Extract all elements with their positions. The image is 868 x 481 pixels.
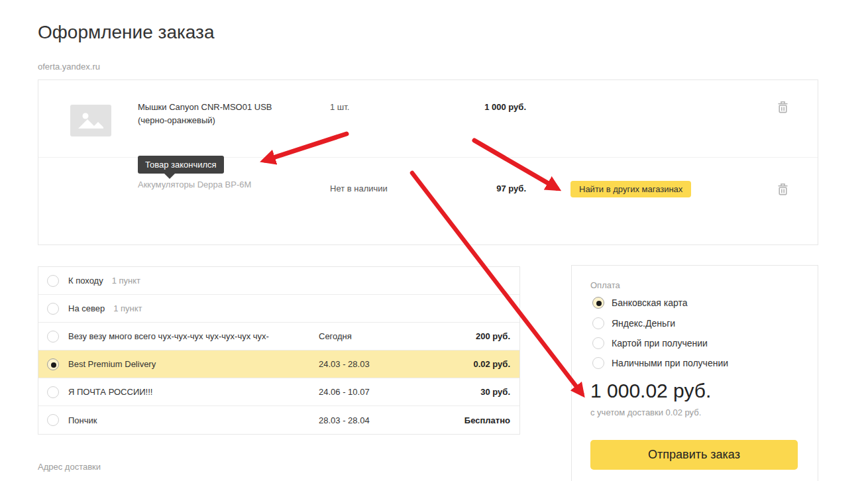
payment-panel: Оплата Банковская карта Яндекс.Деньги Ка… [571,265,818,481]
cart-item-row-out-of-stock: Товар закончился Аккумуляторы Deppa BP-6… [38,158,818,245]
checkout-page: Оформление заказа oferta.yandex.ru Мышки… [0,0,868,481]
trash-icon [777,105,788,115]
radio-button[interactable] [592,337,604,349]
delivery-option[interactable]: На север 1 пункт [38,295,519,323]
product-price: 97 руб. [394,184,526,193]
store-domain: oferta.yandex.ru [38,62,100,72]
trash-icon [777,187,788,197]
product-price: 1 000 руб. [394,102,526,112]
product-name: Мышки Canyon CNR-MSO01 USB (черно-оранже… [138,101,310,127]
product-availability: Нет в наличии [330,184,388,193]
radio-button[interactable] [592,357,604,369]
out-of-stock-tooltip: Товар закончился [138,156,224,174]
radio-button[interactable] [47,275,59,287]
find-in-other-shops-button[interactable]: Найти в других магазинах [570,181,691,197]
payment-method-yandex-money[interactable]: Яндекс.Деньги [592,317,675,329]
payment-method-card-on-delivery[interactable]: Картой при получении [592,337,708,349]
radio-button[interactable] [47,331,59,343]
delivery-option[interactable]: Везу везу много всего чух-чух-чух чух-чу… [38,323,519,350]
radio-button[interactable] [47,414,59,426]
delivery-address-label: Адрес доставки [38,462,101,472]
product-quantity: 1 шт. [330,102,349,112]
radio-button[interactable] [592,317,604,329]
radio-button[interactable] [47,303,59,315]
delivery-options-list: К походу 1 пункт На север 1 пункт Везу в… [38,266,520,435]
cart-items-card: Мышки Canyon CNR-MSO01 USB (черно-оранже… [38,80,818,245]
page-title: Оформление заказа [38,22,215,43]
product-image-placeholder [70,105,111,136]
radio-button-checked[interactable] [592,297,604,309]
photo-placeholder-icon [78,110,103,131]
delivery-option-selected[interactable]: Best Premium Delivery 24.03 - 28.03 0.02… [38,350,519,378]
remove-item-button[interactable] [775,101,790,115]
product-name: Аккумуляторы Deppa BP-6M [138,178,310,191]
delivery-option[interactable]: Пончик 28.03 - 28.04 Бесплатно [38,406,519,434]
radio-button-checked[interactable] [47,358,59,370]
remove-item-button[interactable] [775,183,790,197]
delivery-option[interactable]: К походу 1 пункт [38,267,519,295]
submit-order-button[interactable]: Отправить заказ [590,440,798,470]
payment-section-label: Оплата [590,280,620,290]
cart-item-row: Мышки Canyon CNR-MSO01 USB (черно-оранже… [38,80,818,158]
payment-method-cash-on-delivery[interactable]: Наличными при получении [592,357,728,369]
payment-method-card[interactable]: Банковская карта [592,297,687,309]
order-total-note: с учетом доставки 0.02 руб. [590,407,701,417]
order-total: 1 000.02 руб. [590,380,711,402]
delivery-option[interactable]: Я ПОЧТА РОССИИ!!! 24.06 - 10.07 30 руб. [38,378,519,406]
radio-button[interactable] [47,386,59,398]
